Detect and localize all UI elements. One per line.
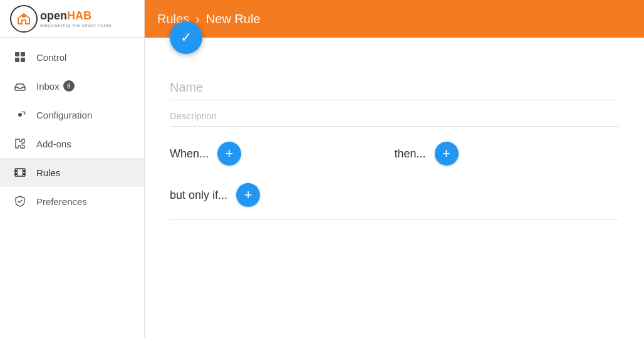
name-field-container xyxy=(170,75,619,100)
sidebar-item-label: Add-ons xyxy=(36,139,71,149)
sidebar-item-configuration[interactable]: Configuration xyxy=(0,100,144,129)
rule-sections: When... + then... + xyxy=(170,142,619,166)
save-button[interactable]: ✓ xyxy=(170,21,202,54)
but-only-if-label: but only if... xyxy=(170,189,227,202)
sidebar-item-label: Control xyxy=(36,52,66,63)
plus-icon: + xyxy=(226,145,234,162)
plus-icon: + xyxy=(244,187,252,203)
logo-icon xyxy=(10,5,38,33)
sidebar-item-inbox[interactable]: Inbox 8 xyxy=(0,71,144,100)
when-section: When... + xyxy=(170,142,395,166)
form-area: When... + then... + but only if... + xyxy=(145,38,644,338)
then-section: then... + xyxy=(395,142,620,166)
breadcrumb: Rules › New Rule xyxy=(157,12,261,26)
logo-text: openHAB empowering the smart home xyxy=(40,9,112,28)
gear-icon xyxy=(13,109,28,120)
sidebar-item-label: Rules xyxy=(36,167,60,178)
sidebar: openHAB empowering the smart home Contro… xyxy=(0,0,145,338)
svg-rect-0 xyxy=(22,15,26,18)
svg-rect-2 xyxy=(21,52,25,56)
but-only-if-section: but only if... + xyxy=(170,183,619,207)
when-add-button[interactable]: + xyxy=(217,142,241,166)
then-label: then... xyxy=(395,147,426,161)
svg-rect-6 xyxy=(15,170,17,172)
check-icon: ✓ xyxy=(180,29,192,46)
main-content: Rules › New Rule ✓ When... + then... xyxy=(145,0,644,338)
page-header: Rules › New Rule ✓ xyxy=(145,0,644,38)
grid-icon xyxy=(13,51,28,63)
name-input[interactable] xyxy=(170,75,619,100)
description-input[interactable] xyxy=(170,105,619,126)
inbox-badge: 8 xyxy=(63,80,75,92)
film-icon xyxy=(13,167,28,178)
sidebar-item-preferences[interactable]: Preferences xyxy=(0,187,144,216)
breadcrumb-separator: › xyxy=(195,12,200,26)
when-label: When... xyxy=(170,147,209,161)
then-add-button[interactable]: + xyxy=(435,142,459,166)
sidebar-item-label: Preferences xyxy=(36,196,87,207)
description-field-container xyxy=(170,105,619,127)
svg-rect-4 xyxy=(21,58,25,62)
svg-rect-3 xyxy=(15,58,19,62)
svg-rect-7 xyxy=(15,173,17,175)
puzzle-icon xyxy=(13,138,28,149)
svg-rect-5 xyxy=(15,169,25,176)
plus-icon: + xyxy=(442,145,450,162)
svg-rect-8 xyxy=(23,170,25,172)
inbox-icon xyxy=(13,80,28,92)
sidebar-nav: Control Inbox 8 Configuration xyxy=(0,38,144,216)
logo-hab: HAB xyxy=(67,9,91,22)
section-divider xyxy=(170,219,619,220)
logo: openHAB empowering the smart home xyxy=(0,0,144,38)
shield-icon xyxy=(13,196,28,207)
sidebar-item-label: Configuration xyxy=(36,110,92,120)
but-only-if-add-button[interactable]: + xyxy=(236,183,260,207)
logo-open: open xyxy=(40,9,67,22)
sidebar-item-addons[interactable]: Add-ons xyxy=(0,129,144,158)
svg-rect-1 xyxy=(15,52,19,56)
sidebar-item-label: Inbox xyxy=(36,81,60,92)
sidebar-item-control[interactable]: Control xyxy=(0,43,144,71)
logo-tagline: empowering the smart home xyxy=(40,23,112,28)
breadcrumb-current: New Rule xyxy=(206,12,261,26)
sidebar-item-rules[interactable]: Rules xyxy=(0,158,144,187)
svg-rect-9 xyxy=(23,173,25,175)
